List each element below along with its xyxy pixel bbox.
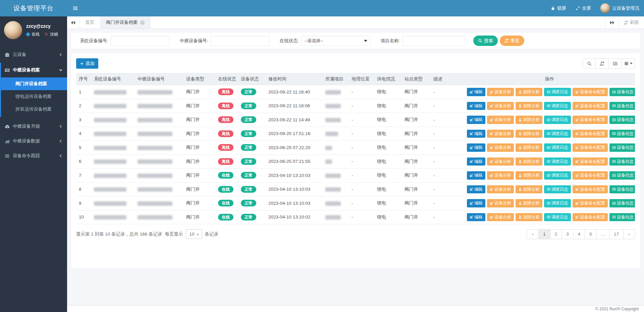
device-analysis-button[interactable]: 设备分析 bbox=[487, 130, 514, 138]
dispatch-log-button[interactable]: 调度日志 bbox=[544, 185, 571, 194]
fault-analysis-button[interactable]: 故障分析 bbox=[516, 143, 542, 152]
device-info-button[interactable]: 设备信息 bbox=[609, 88, 635, 96]
table-header-row: 序号 系统设备编号 中燃设备编号 设备类型 在线状态 设备状态 修改时间 所属项… bbox=[76, 73, 635, 85]
fault-analysis-button[interactable]: 故障分析 bbox=[516, 199, 542, 207]
page-button-2[interactable]: 2 bbox=[550, 230, 562, 239]
tabs-scroll-right-button[interactable] bbox=[605, 16, 619, 28]
fault-analysis-button[interactable]: 故障分析 bbox=[516, 116, 542, 124]
dispatch-log-button[interactable]: 调度日志 bbox=[544, 171, 571, 180]
sidebar-toggle-button[interactable] bbox=[67, 0, 84, 16]
device-analysis-button[interactable]: 设备分析 bbox=[487, 143, 514, 152]
device-analysis-button[interactable]: 设备分析 bbox=[487, 102, 514, 110]
device-command-config-button[interactable]: 设备命令配置 bbox=[573, 199, 608, 207]
device-command-config-button[interactable]: 设备命令配置 bbox=[573, 171, 608, 180]
sidebar-item-lithium-remote-archive[interactable]: 锂电远传设备档案 bbox=[1, 90, 67, 103]
edit-button[interactable]: 编辑 bbox=[467, 88, 485, 96]
dispatch-log-button[interactable]: 调度日志 bbox=[544, 116, 571, 124]
page-button-5[interactable]: 5 bbox=[585, 230, 596, 239]
gas-device-code-input[interactable] bbox=[211, 36, 270, 46]
add-button[interactable]: 添加 bbox=[76, 58, 98, 69]
edit-button[interactable]: 编辑 bbox=[467, 130, 485, 138]
dispatch-log-button[interactable]: 调度日志 bbox=[544, 88, 571, 96]
edit-button[interactable]: 编辑 bbox=[467, 158, 485, 166]
page-button-3[interactable]: 3 bbox=[561, 230, 573, 239]
logout-link[interactable]: 注销 bbox=[45, 32, 58, 37]
fault-analysis-button[interactable]: 故障分析 bbox=[516, 171, 542, 180]
dispatch-log-button[interactable]: 调度日志 bbox=[544, 158, 571, 166]
fault-analysis-button[interactable]: 故障分析 bbox=[516, 185, 542, 194]
page-button-17[interactable]: 17 bbox=[609, 230, 623, 239]
fullscreen-button[interactable]: 全屏 bbox=[571, 0, 596, 16]
table-refresh-button[interactable] bbox=[596, 58, 609, 69]
device-info-button[interactable]: 设备信息 bbox=[609, 102, 635, 110]
device-analysis-button[interactable]: 设备分析 bbox=[487, 116, 514, 124]
search-button[interactable]: 搜索 bbox=[473, 36, 498, 46]
device-analysis-button[interactable]: 设备分析 bbox=[487, 171, 514, 180]
refresh-tab-button[interactable]: 刷新 bbox=[619, 16, 644, 28]
sidebar-item-valve-well-archive[interactable]: 阀门井设备档案 bbox=[1, 77, 67, 90]
fault-analysis-button[interactable]: 故障分析 bbox=[516, 213, 542, 222]
edit-button[interactable]: 编辑 bbox=[467, 185, 485, 194]
user-menu-button[interactable]: 云设备管理员 bbox=[596, 0, 644, 16]
sidebar-item-command-tracking[interactable]: 设备命令跟踪 bbox=[0, 148, 67, 163]
device-analysis-button[interactable]: 设备分析 bbox=[487, 199, 514, 207]
device-command-config-button[interactable]: 设备命令配置 bbox=[573, 143, 608, 152]
sidebar-item-gas-device-archive[interactable]: 中燃设备档案 bbox=[1, 63, 67, 77]
tabs-scroll-left-button[interactable] bbox=[67, 16, 79, 28]
device-info-button[interactable]: 设备信息 bbox=[609, 158, 635, 166]
device-info-button[interactable]: 设备信息 bbox=[609, 116, 635, 124]
edit-button[interactable]: 编辑 bbox=[467, 116, 485, 124]
edit-button[interactable]: 编辑 bbox=[467, 213, 485, 222]
dispatch-log-button[interactable]: 调度日志 bbox=[544, 130, 571, 138]
device-command-config-button[interactable]: 设备命令配置 bbox=[573, 213, 608, 222]
device-info-button[interactable]: 设备信息 bbox=[609, 130, 635, 138]
table-columns-button[interactable] bbox=[622, 58, 635, 69]
sidebar-item-device-upgrade[interactable]: 中燃设备升级 bbox=[0, 119, 67, 134]
device-command-config-button[interactable]: 设备命令配置 bbox=[573, 102, 608, 110]
device-info-button[interactable]: 设备信息 bbox=[609, 143, 635, 152]
lock-screen-button[interactable]: 锁屏 bbox=[546, 0, 571, 16]
sidebar-item-device-data[interactable]: 中燃设备数据 bbox=[0, 134, 67, 148]
page-size-dropdown[interactable]: 10 ▴ bbox=[186, 229, 202, 239]
device-command-config-button[interactable]: 设备命令配置 bbox=[573, 88, 608, 96]
page-button-1[interactable]: 1 bbox=[538, 230, 550, 239]
sidebar-item-cloud-device[interactable]: 云设备 bbox=[0, 47, 67, 62]
edit-button[interactable]: 编辑 bbox=[467, 171, 485, 180]
device-analysis-button[interactable]: 设备分析 bbox=[487, 88, 514, 96]
edit-button[interactable]: 编辑 bbox=[467, 199, 485, 207]
dispatch-log-button[interactable]: 调度日志 bbox=[544, 143, 571, 152]
dispatch-log-button[interactable]: 调度日志 bbox=[544, 102, 571, 110]
device-analysis-button[interactable]: 设备分析 bbox=[487, 185, 514, 194]
project-name-input[interactable] bbox=[402, 36, 466, 46]
table-search-button[interactable] bbox=[583, 58, 596, 69]
sidebar-item-assembled-remote-archive[interactable]: 拼装远传设备档案 bbox=[1, 103, 67, 116]
device-info-button[interactable]: 设备信息 bbox=[609, 199, 635, 207]
close-icon[interactable]: × bbox=[140, 20, 145, 25]
fault-analysis-button[interactable]: 故障分析 bbox=[516, 130, 542, 138]
tab-valve-well-archive[interactable]: 阀门井设备档案 × bbox=[100, 16, 151, 28]
device-analysis-button[interactable]: 设备分析 bbox=[487, 158, 514, 166]
fault-analysis-button[interactable]: 故障分析 bbox=[516, 158, 542, 166]
prev-page-button[interactable]: ‹ bbox=[527, 230, 538, 239]
device-command-config-button[interactable]: 设备命令配置 bbox=[573, 116, 608, 124]
fault-analysis-button[interactable]: 故障分析 bbox=[516, 102, 542, 110]
next-page-button[interactable]: › bbox=[623, 230, 635, 239]
device-command-config-button[interactable]: 设备命令配置 bbox=[573, 130, 608, 138]
device-info-button[interactable]: 设备信息 bbox=[609, 213, 635, 222]
device-info-button[interactable]: 设备信息 bbox=[609, 171, 635, 180]
table-detail-view-button[interactable] bbox=[609, 58, 622, 69]
dispatch-log-button[interactable]: 调度日志 bbox=[544, 213, 571, 222]
page-button-4[interactable]: 4 bbox=[573, 230, 585, 239]
device-analysis-button[interactable]: 设备分析 bbox=[487, 213, 514, 222]
dispatch-log-button[interactable]: 调度日志 bbox=[544, 199, 571, 207]
edit-button[interactable]: 编辑 bbox=[467, 143, 485, 152]
device-command-config-button[interactable]: 设备命令配置 bbox=[573, 158, 608, 166]
system-device-code-input[interactable] bbox=[111, 36, 170, 46]
device-info-button[interactable]: 设备信息 bbox=[609, 185, 635, 194]
device-command-config-button[interactable]: 设备命令配置 bbox=[573, 185, 608, 194]
tab-home[interactable]: 首页 bbox=[79, 16, 100, 28]
reset-button[interactable]: 重置 bbox=[500, 36, 524, 46]
online-status-select[interactable]: --请选择-- bbox=[301, 36, 370, 46]
edit-button[interactable]: 编辑 bbox=[467, 102, 485, 110]
fault-analysis-button[interactable]: 故障分析 bbox=[516, 88, 542, 96]
